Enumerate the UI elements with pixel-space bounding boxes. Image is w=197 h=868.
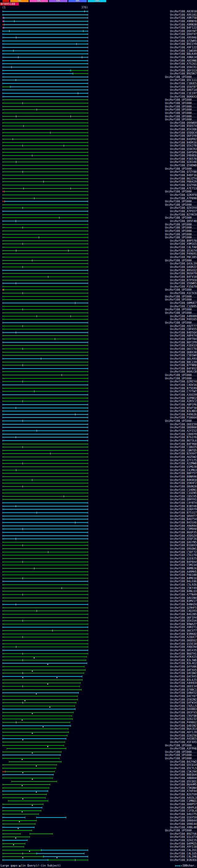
alignment-bar[interactable] (2, 188, 88, 189)
alignment-bar[interactable] (2, 644, 88, 644)
hit-accession-label[interactable]: UniRef100_B75317 (170, 512, 197, 514)
alignment-bar[interactable] (8, 801, 48, 801)
alignment-bar[interactable] (2, 93, 88, 94)
hit-accession-label[interactable]: UniRef100_C5DF72 (170, 551, 197, 554)
alignment-row[interactable]: UniRef100_Q4U1N4 (0, 596, 197, 600)
hit-accession-label[interactable]: UniRef100_B5VF50 (170, 407, 197, 409)
hit-accession-label[interactable]: UniRef100_B6QP35 (170, 531, 197, 534)
alignment-bar[interactable] (2, 103, 88, 103)
alignment-bar[interactable] (2, 384, 88, 385)
alignment-bar[interactable] (2, 490, 88, 490)
hit-accession-label[interactable]: UniRef100_A96R94 (170, 525, 197, 527)
alignment-row[interactable]: UniRef100_P35679 (0, 285, 197, 288)
alignment-bar[interactable] (2, 486, 88, 487)
alignment-row[interactable]: UniRef100_Q4GYN5 (0, 541, 197, 544)
alignment-row[interactable]: UniRef100_B4F122 (0, 26, 197, 30)
hit-accession-label[interactable]: UniRef100_Q26232 (170, 718, 197, 720)
alignment-row[interactable]: UniRef100_Q4FW34 (0, 701, 197, 705)
hit-accession-label[interactable]: UniRef100_Q95F40 (170, 220, 197, 223)
alignment-bar[interactable] (2, 614, 88, 615)
hit-accession-label[interactable]: UniRef100_Q20256 (170, 734, 197, 737)
alignment-bar[interactable] (2, 853, 37, 854)
hit-accession-label[interactable]: UniRef100_UP1000... (165, 230, 197, 232)
alignment-bar[interactable] (2, 57, 88, 58)
alignment-row[interactable]: UniRef100_C1WE09 (0, 49, 197, 53)
alignment-row[interactable]: UniRef100_B8LK49 (0, 52, 197, 56)
alignment-row[interactable]: UniRef100_A7E713 (0, 187, 197, 190)
hit-accession-label[interactable]: UniRef100_A7AP44 (170, 790, 197, 793)
alignment-bar[interactable] (2, 375, 88, 375)
alignment-bar[interactable] (2, 411, 88, 411)
hit-accession-label[interactable]: UniRef100_C4L1U5 (170, 852, 197, 855)
alignment-bar[interactable] (2, 381, 88, 382)
hit-accession-label[interactable]: UniRef100_Q2PBE2 (170, 397, 197, 400)
alignment-row[interactable]: UniRef100_A8HPL8 (0, 806, 197, 809)
hit-accession-label[interactable]: UniRef100_B673L6 (170, 439, 197, 442)
hit-accession-label[interactable]: UniRef100_P49165 (170, 318, 197, 321)
alignment-bar[interactable] (2, 562, 88, 562)
hit-accession-label[interactable]: UniRef100_A7TN49 (170, 593, 197, 596)
hit-accession-label[interactable]: UniRef100_Q4C9A5 (170, 675, 197, 678)
alignment-row[interactable]: UniRef100_UP1000... (0, 229, 197, 233)
alignment-bar[interactable] (2, 575, 88, 575)
alignment-row[interactable]: UniRef100_C5KJ94 (0, 770, 197, 773)
hit-accession-label[interactable]: UniRef100_B9WAZ7 (170, 623, 197, 626)
alignment-row[interactable]: UniRef100_P49691 (0, 252, 197, 255)
hit-accession-label[interactable]: UniRef100_A4I8E5 (170, 738, 197, 740)
alignment-bar[interactable] (2, 637, 88, 638)
alignment-row[interactable]: UniRef100_B8MBJ6 (0, 567, 197, 570)
alignment-row[interactable]: UniRef100_Q6Y313 (0, 69, 197, 72)
alignment-bar[interactable] (2, 716, 72, 716)
alignment-row[interactable]: UniRef100_A9R750 (0, 16, 197, 20)
alignment-bar[interactable] (2, 162, 88, 162)
hit-accession-label[interactable]: UniRef100_UP1000... (165, 204, 197, 206)
alignment-row[interactable]: UniRef100_C4L1U5 (0, 852, 197, 856)
alignment-bar[interactable] (2, 352, 88, 352)
hit-accession-label[interactable]: UniRef100_Q2V3Y4 (170, 207, 197, 209)
alignment-row[interactable]: UniRef100_UP1000... (0, 744, 197, 747)
alignment-row[interactable]: UniRef100_A6ZSW2 (0, 456, 197, 459)
hit-accession-label[interactable]: UniRef100_B0EQU4 (170, 773, 197, 776)
alignment-bar[interactable] (2, 608, 88, 608)
alignment-bar[interactable] (2, 51, 88, 51)
hit-accession-label[interactable]: UniRef100_B3LNB3 (170, 410, 197, 412)
alignment-row[interactable]: UniRef100_B3B5V8 (0, 505, 197, 508)
alignment-bar[interactable] (2, 401, 88, 402)
alignment-bar[interactable] (2, 814, 39, 814)
alignment-bar[interactable] (36, 817, 66, 818)
alignment-bar[interactable] (2, 712, 73, 713)
alignment-row[interactable]: UniRef100_A9NXJ4 (0, 56, 197, 59)
alignment-bar[interactable] (2, 656, 87, 657)
alignment-bar[interactable] (2, 280, 88, 280)
alignment-bar[interactable] (2, 342, 88, 343)
alignment-row[interactable]: UniRef100_B5X3Q6 (0, 128, 197, 131)
alignment-bar[interactable] (2, 424, 88, 425)
alignment-bar[interactable] (2, 44, 88, 44)
hit-accession-label[interactable]: UniRef100_C1FDL4 (170, 809, 197, 812)
alignment-row[interactable]: UniRef100_C1GEN5 (0, 491, 197, 495)
alignment-row[interactable]: UniRef100_A9F122 (0, 46, 197, 49)
hit-accession-label[interactable]: UniRef100_C1GEN5 (170, 492, 197, 495)
alignment-bar[interactable] (2, 666, 84, 667)
alignment-row[interactable]: UniRef100_B4JYW2 (0, 760, 197, 764)
hit-accession-label[interactable]: UniRef100_A7E713 (170, 187, 197, 190)
alignment-bar[interactable] (2, 34, 88, 34)
hit-accession-label[interactable]: UniRef100_Q4U1N4 (170, 597, 197, 599)
alignment-row[interactable]: UniRef100_Q1MQJ0 (0, 465, 197, 469)
alignment-bar[interactable] (2, 817, 25, 818)
alignment-row[interactable]: UniRef100_Q5CYL5 (0, 767, 197, 770)
alignment-row[interactable]: UniRef100_Q2V3Y4 (0, 206, 197, 210)
hit-accession-label[interactable]: UniRef100_C7YTW7 (170, 390, 197, 393)
alignment-bar[interactable] (2, 824, 35, 824)
alignment-bar[interactable] (2, 355, 88, 355)
hit-accession-label[interactable]: UniRef100_UP1000... (165, 420, 197, 423)
alignment-bar[interactable] (2, 90, 88, 90)
alignment-row[interactable]: UniRef100_B4P8A4 (0, 560, 197, 564)
hit-accession-label[interactable]: UniRef100_A3GG59 (170, 394, 197, 396)
hit-accession-label[interactable]: UniRef100_B1N3E6 (170, 859, 197, 862)
alignment-bar[interactable] (2, 329, 88, 330)
alignment-bar[interactable] (2, 787, 49, 788)
alignment-bar[interactable] (2, 126, 88, 126)
hit-accession-label[interactable]: UniRef100_B6JZT4 (170, 177, 197, 180)
alignment-row[interactable]: UniRef100_UP1000... (0, 259, 197, 262)
